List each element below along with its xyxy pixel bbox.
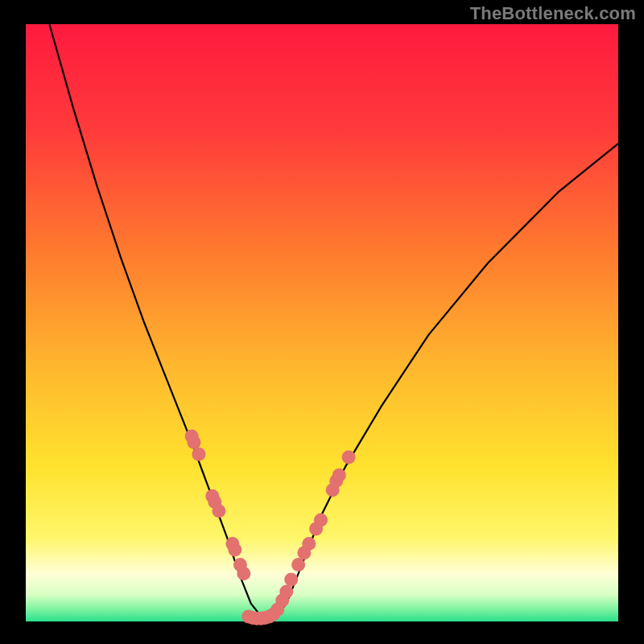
chart-stage: TheBottleneck.com	[0, 0, 644, 644]
curve-marker	[279, 584, 293, 598]
curve-marker	[212, 504, 225, 518]
curve-marker	[314, 513, 328, 526]
curve-marker	[302, 537, 316, 551]
curve-marker	[228, 543, 242, 557]
curve-marker	[284, 573, 298, 587]
curve-marker	[237, 567, 250, 580]
curve-marker	[192, 448, 205, 461]
curve-marker	[332, 469, 346, 482]
curve-marker	[266, 608, 280, 621]
bottleneck-chart	[0, 0, 644, 644]
curve-marker	[188, 436, 201, 449]
watermark-text: TheBottleneck.com	[470, 3, 636, 24]
curve-marker	[291, 558, 305, 572]
curve-marker	[342, 450, 356, 464]
